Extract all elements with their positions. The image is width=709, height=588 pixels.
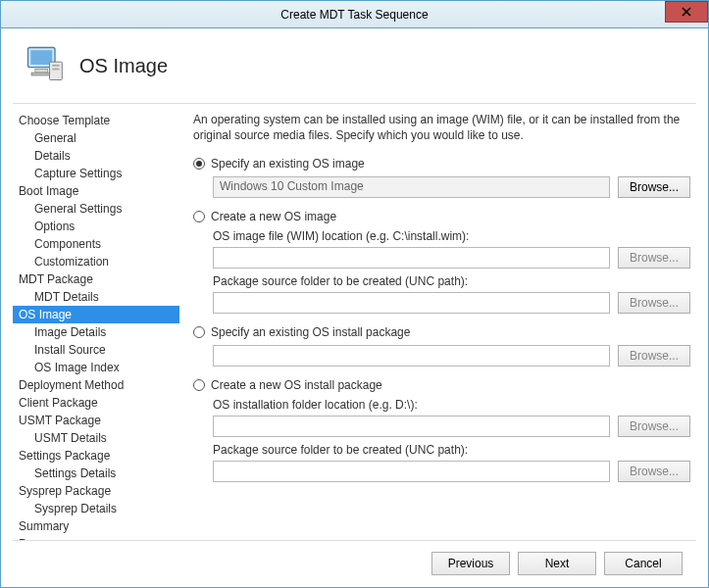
page-title: OS Image bbox=[79, 55, 168, 77]
radio-label: Create a new OS install package bbox=[211, 378, 382, 392]
existing-image-field[interactable]: Windows 10 Custom Image bbox=[213, 176, 610, 198]
nav-item[interactable]: Customization bbox=[13, 253, 179, 270]
install-folder-label: OS installation folder location (e.g. D:… bbox=[213, 398, 690, 412]
cancel-button[interactable]: Cancel bbox=[604, 552, 683, 575]
nav-item[interactable]: Image Details bbox=[13, 323, 179, 341]
install-unc-field[interactable] bbox=[213, 461, 610, 482]
existing-install-pkg-field[interactable] bbox=[213, 345, 610, 367]
nav-item[interactable]: Install Source bbox=[13, 341, 179, 359]
computer-icon bbox=[23, 42, 66, 89]
nav-group[interactable]: USMT Package bbox=[13, 412, 179, 429]
option-existing-image: Specify an existing OS image Windows 10 … bbox=[193, 157, 690, 198]
svg-rect-6 bbox=[52, 69, 59, 71]
nav-item[interactable]: MDT Details bbox=[13, 288, 179, 306]
unc-path-field[interactable] bbox=[213, 292, 610, 314]
radio-icon bbox=[193, 326, 205, 338]
wim-location-field[interactable] bbox=[213, 247, 610, 269]
nav-group[interactable]: Settings Package bbox=[13, 447, 179, 465]
radio-create-image[interactable]: Create a new OS image bbox=[193, 210, 690, 223]
page-header: OS Image bbox=[13, 36, 696, 104]
nav-group[interactable]: Choose Template bbox=[13, 112, 179, 129]
wizard-window: Create MDT Task Sequence OS Image Choos bbox=[0, 0, 709, 588]
nav-group[interactable]: Summary bbox=[13, 517, 179, 535]
body-row: Choose TemplateGeneralDetailsCapture Set… bbox=[13, 112, 696, 540]
install-unc-label: Package source folder to be created (UNC… bbox=[213, 443, 690, 457]
nav-item[interactable]: Options bbox=[13, 218, 179, 235]
window-title: Create MDT Task Sequence bbox=[280, 8, 428, 22]
nav-item[interactable]: USMT Details bbox=[13, 429, 179, 447]
unc-path-label: Package source folder to be created (UNC… bbox=[213, 274, 690, 288]
radio-icon bbox=[193, 158, 205, 170]
svg-rect-4 bbox=[50, 62, 63, 79]
nav-group[interactable]: Sysprep Package bbox=[13, 482, 179, 500]
browse-existing-install-pkg[interactable]: Browse... bbox=[618, 345, 690, 367]
radio-existing-install-pkg[interactable]: Specify an existing OS install package bbox=[193, 325, 690, 339]
main-panel: An operating system can be installed usi… bbox=[179, 112, 696, 540]
radio-label: Create a new OS image bbox=[211, 210, 336, 223]
nav-group[interactable]: Boot Image bbox=[13, 182, 179, 200]
wizard-footer: Previous Next Cancel bbox=[13, 540, 696, 579]
nav-item[interactable]: General Settings bbox=[13, 200, 179, 218]
nav-group[interactable]: MDT Package bbox=[13, 270, 179, 288]
nav-item[interactable]: OS Image Index bbox=[13, 359, 179, 376]
nav-group[interactable]: Client Package bbox=[13, 394, 179, 412]
svg-rect-3 bbox=[31, 73, 51, 75]
browse-install-unc[interactable]: Browse... bbox=[618, 461, 690, 482]
nav-item[interactable]: Sysprep Details bbox=[13, 500, 179, 517]
nav-item[interactable]: Settings Details bbox=[13, 465, 179, 482]
nav-group[interactable]: OS Image bbox=[13, 306, 179, 323]
option-create-install-pkg: Create a new OS install package OS insta… bbox=[193, 378, 690, 482]
radio-icon bbox=[193, 211, 205, 222]
next-button[interactable]: Next bbox=[518, 552, 596, 575]
intro-text: An operating system can be installed usi… bbox=[193, 112, 690, 143]
radio-create-install-pkg[interactable]: Create a new OS install package bbox=[193, 378, 690, 392]
radio-icon bbox=[193, 379, 205, 391]
browse-existing-image[interactable]: Browse... bbox=[618, 176, 690, 198]
browse-install-folder[interactable]: Browse... bbox=[618, 416, 690, 437]
titlebar: Create MDT Task Sequence bbox=[1, 1, 708, 28]
nav-item[interactable]: Capture Settings bbox=[13, 165, 179, 182]
previous-button[interactable]: Previous bbox=[431, 552, 510, 575]
radio-label: Specify an existing OS install package bbox=[211, 325, 410, 339]
radio-existing-image[interactable]: Specify an existing OS image bbox=[193, 157, 690, 171]
content-area: OS Image Choose TemplateGeneralDetailsCa… bbox=[1, 28, 708, 588]
option-create-image: Create a new OS image OS image file (WIM… bbox=[193, 210, 690, 314]
svg-rect-1 bbox=[30, 50, 52, 65]
wizard-nav: Choose TemplateGeneralDetailsCapture Set… bbox=[13, 112, 179, 540]
wim-location-label: OS image file (WIM) location (e.g. C:\in… bbox=[213, 229, 690, 243]
option-existing-install-pkg: Specify an existing OS install package B… bbox=[193, 325, 690, 367]
radio-label: Specify an existing OS image bbox=[211, 157, 365, 171]
nav-item[interactable]: Details bbox=[13, 147, 179, 165]
browse-unc-path[interactable]: Browse... bbox=[618, 292, 690, 314]
nav-item[interactable]: General bbox=[13, 129, 179, 147]
close-icon bbox=[682, 7, 691, 17]
svg-rect-2 bbox=[35, 70, 48, 74]
install-folder-field[interactable] bbox=[213, 416, 610, 437]
close-button[interactable] bbox=[665, 1, 708, 23]
nav-group[interactable]: Deployment Method bbox=[13, 376, 179, 394]
svg-rect-5 bbox=[52, 65, 59, 67]
nav-item[interactable]: Components bbox=[13, 235, 179, 253]
browse-wim-location[interactable]: Browse... bbox=[618, 247, 690, 269]
